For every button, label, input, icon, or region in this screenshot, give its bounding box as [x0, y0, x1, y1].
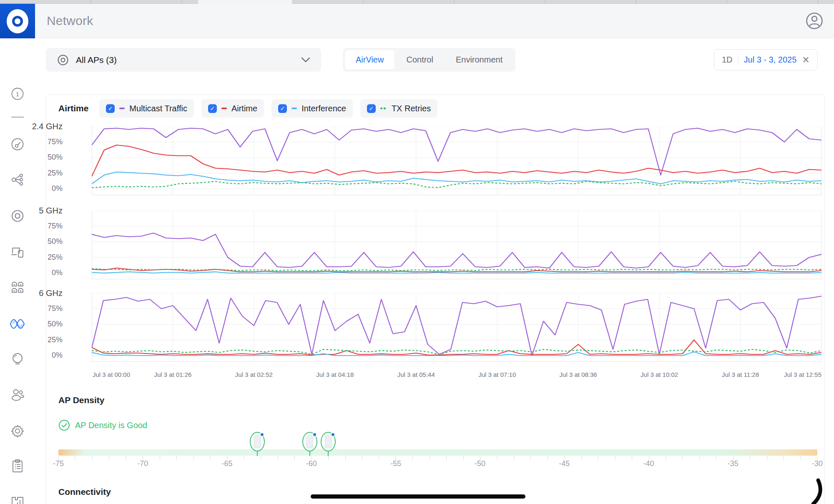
ap-marker[interactable]	[302, 432, 317, 456]
checkbox-checked-icon[interactable]: ✓	[208, 104, 217, 113]
legend-item-multicast-traffic[interactable]: ✓Multicast Traffic	[99, 99, 194, 118]
target-icon	[57, 54, 69, 66]
scale-tick-label: -40	[643, 459, 654, 468]
tick-label: 25%	[0, 169, 63, 178]
y-axis-labels: 2.4 GHz75%50%25%0%	[0, 126, 63, 195]
series-line-multicast-traffic	[92, 233, 821, 268]
ap-density-status-text: AP Density is Good	[75, 421, 147, 430]
band-label: 5 GHz	[0, 206, 63, 216]
tab-environment[interactable]: Environment	[445, 50, 513, 70]
band-label: 2.4 GHz	[0, 122, 63, 131]
legend-label: Interference	[301, 104, 346, 113]
connectivity-title: Connectivity	[58, 487, 111, 497]
series-color-swatch	[380, 108, 387, 109]
scale-tick-label: -70	[137, 459, 148, 468]
wifi-badge-icon	[331, 432, 335, 437]
legend-item-airtime[interactable]: ✓Airtime	[201, 99, 264, 118]
scale-tick-label: -65	[221, 459, 232, 468]
series-line-tx-retries	[92, 181, 821, 188]
series-color-swatch	[119, 108, 125, 109]
y-axis-labels: 5 GHz75%50%25%0%	[0, 211, 63, 279]
series-line-multicast-traffic	[92, 128, 821, 176]
scale-tick-label: -55	[390, 459, 401, 468]
tick-label: 0%	[0, 184, 63, 193]
checkbox-checked-icon[interactable]: ✓	[278, 104, 287, 113]
time-axis-label: Jul 3 at 05:44	[397, 371, 435, 378]
time-axis-label: Jul 3 at 11:28	[722, 371, 759, 378]
series-line-tx-retries	[92, 349, 821, 354]
legend-item-interference[interactable]: ✓Interference	[271, 99, 353, 118]
check-circle-icon	[58, 419, 70, 431]
unifi-network-page: Network 1	[0, 0, 834, 504]
svg-text:1: 1	[16, 90, 19, 98]
ap-density-scale-band	[58, 449, 817, 456]
series-line-airtime	[92, 145, 821, 176]
date-range-label: Jul 3 - 3, 2025	[744, 55, 797, 65]
unifi-logo-icon	[5, 8, 30, 34]
legend-label: TX Retries	[392, 104, 431, 113]
sidebar-item-system-log[interactable]	[11, 459, 24, 474]
view-tabs: AirViewControlEnvironment	[343, 48, 515, 72]
date-range-picker[interactable]: 1D Jul 3 - 3, 2025 ✕	[714, 49, 818, 70]
scale-tick-label: -45	[559, 459, 570, 468]
horizontal-scrollbar[interactable]	[311, 494, 525, 499]
legend-pills: ✓Multicast Traffic✓Airtime✓Interference✓…	[99, 99, 437, 118]
scale-tick-label: -50	[475, 459, 485, 468]
sidebar-item-site-1[interactable]: 1	[11, 87, 24, 100]
series-color-swatch	[291, 108, 297, 109]
y-axis-labels: 6 GHz75%50%25%0%	[0, 293, 63, 362]
chevron-down-icon	[301, 57, 310, 63]
tick-label: 75%	[0, 222, 63, 231]
duration-label: 1D	[722, 55, 733, 65]
chart-plot-area[interactable]	[92, 211, 821, 279]
ap-marker[interactable]	[321, 432, 336, 456]
series-line-interference	[92, 172, 821, 184]
airtime-section-label: Airtime	[58, 103, 88, 113]
legend-item-tx-retries[interactable]: ✓TX Retries	[360, 99, 437, 118]
checkbox-checked-icon[interactable]: ✓	[106, 104, 115, 113]
time-axis-label: Jul 3 at 07:10	[478, 371, 516, 378]
chart-plot-area[interactable]	[92, 293, 821, 362]
ap-selector-dropdown[interactable]: All APs (3)	[46, 48, 321, 72]
browser-tab-strip[interactable]	[0, 0, 834, 4]
chart-plot-area[interactable]	[92, 126, 821, 195]
sidebar-item-floorplan[interactable]	[10, 496, 25, 504]
series-line-airtime	[92, 340, 821, 355]
series-color-swatch	[221, 108, 227, 109]
ap-selector-label: All APs (3)	[76, 55, 117, 65]
wifi-badge-icon	[260, 432, 264, 437]
tick-label: 0%	[0, 351, 63, 360]
tick-label: 0%	[0, 268, 63, 277]
tick-label: 75%	[0, 138, 63, 146]
page-title: Network	[47, 14, 93, 28]
scale-tick-label: -35	[728, 459, 739, 468]
band-label: 6 GHz	[0, 288, 63, 298]
ap-density-axis-labels: -75-70-65-60-55-50-45-40-35-30	[58, 459, 817, 469]
unifi-logo[interactable]	[0, 4, 35, 38]
ap-density-status: AP Density is Good	[58, 419, 147, 431]
time-axis-label: Jul 3 at 08:36	[560, 371, 597, 378]
time-axis-label: Jul 3 at 02:52	[235, 371, 273, 378]
close-icon[interactable]: ✕	[802, 55, 809, 65]
ap-marker[interactable]	[250, 432, 265, 456]
ap-device-image	[254, 435, 261, 448]
sidebar-divider	[11, 116, 24, 118]
time-axis-label: Jul 3 at 04:18	[316, 371, 354, 378]
legend-label: Airtime	[231, 104, 257, 113]
tick-label: 50%	[0, 320, 63, 328]
sidebar-item-settings[interactable]	[10, 424, 25, 439]
sidebar-item-admins[interactable]	[10, 388, 25, 402]
series-line-tx-retries	[92, 269, 821, 271]
tab-control[interactable]: Control	[395, 50, 444, 70]
tick-label: 25%	[0, 253, 63, 262]
user-avatar-icon[interactable]	[806, 12, 823, 30]
time-axis-label: Jul 3 at 10:02	[641, 371, 678, 378]
airtime-legend: Airtime ✓Multicast Traffic✓Airtime✓Inter…	[58, 99, 437, 118]
wifi-badge-icon	[312, 432, 317, 437]
tab-airview[interactable]: AirView	[345, 50, 394, 70]
browser-active-tab[interactable]	[198, 0, 292, 4]
checkbox-checked-icon[interactable]: ✓	[367, 104, 376, 113]
ap-density-title: AP Density	[58, 395, 105, 405]
time-axis-label: Jul 3 at 01:26	[154, 371, 191, 378]
ap-device-image	[306, 435, 313, 448]
